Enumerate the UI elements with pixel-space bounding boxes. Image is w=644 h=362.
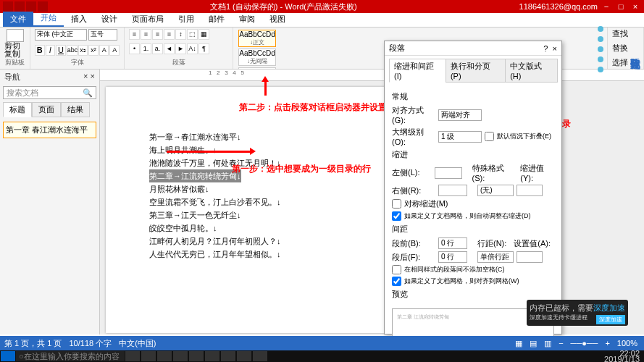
copy-button[interactable]: 复制 [4,50,25,58]
nav-tab-results[interactable]: 结果 [61,102,90,117]
taskbar-app[interactable] [237,351,251,361]
select-button[interactable]: 选择 [612,58,639,67]
ruler[interactable]: 1 2 3 4 5 [100,70,644,81]
window-title: 文档1 (自动保存的) - Word(产品激活失败) [48,1,519,12]
group-paragraph-label: 段落 [129,58,228,67]
dialog-close-icon[interactable]: × [553,44,557,53]
status-wordcount[interactable]: 10/118 个字 [69,338,112,349]
taskbar-search[interactable]: ○ 在这里输入你要搜索的内容 [16,351,125,361]
arrow-icon [167,151,254,153]
nav-title: 导航 [4,72,20,83]
tab-review[interactable]: 审阅 [232,12,262,27]
right-indent-input[interactable] [438,185,467,196]
zoom-in-button[interactable]: + [603,339,611,348]
nav-search-input[interactable]: 搜索文档🔍 [3,86,96,99]
paste-icon[interactable] [7,29,24,42]
minimize-button[interactable]: − [601,2,612,11]
autogrid-checkbox[interactable] [392,211,401,221]
status-page[interactable]: 第 1 页，共 1 页 [4,338,62,349]
view-print-icon[interactable]: ▤ [527,339,539,348]
font-family-select[interactable]: 宋体 (中文正 [35,29,87,41]
zoom-slider[interactable]: ──●── [569,339,601,348]
taskbar-app[interactable] [189,351,204,361]
arrow-icon [264,78,267,96]
snapgrid-checkbox[interactable] [392,277,401,286]
paragraph-dialog: 段落 ? × 缩进和间距(I) 换行和分页(P) 中文版式(H) 常规 对齐方式… [384,41,562,334]
view-read-icon[interactable]: ▦ [513,339,524,348]
group-font-label: 字体 [35,58,120,67]
taskbar-app[interactable] [205,351,219,361]
indent-by-input[interactable] [517,185,543,196]
replace-button[interactable]: 替换 [612,43,639,53]
toast-action-button[interactable]: 深度加速 [596,315,625,324]
dialog-help-icon[interactable]: ? [543,44,548,53]
dialog-tab-chinese[interactable]: 中文版式(H) [505,59,558,83]
space-after-input[interactable]: 0 行 [438,251,467,263]
find-button[interactable]: 查找 [612,29,639,38]
status-language[interactable]: 中文(中国) [119,338,156,349]
font-size-select[interactable]: 五号 [88,29,117,41]
left-indent-input[interactable] [435,167,461,179]
collapse-checkbox[interactable] [485,132,494,141]
navigation-pane: 导航× × 搜索文档🔍 标题 页面 结果 第一章 春江潮水连海平 [0,70,100,334]
special-indent-select[interactable]: (无) [477,185,514,196]
notification-toast[interactable]: 内存已超标，需要深度加速 深度加速无待卡缓进程 深度加速 [527,300,628,326]
user-email[interactable]: 1186461326@qq.com [519,2,598,11]
line-spacing-select[interactable]: 单倍行距 [477,251,514,263]
taskbar-app[interactable] [173,351,188,361]
tab-references[interactable]: 引用 [171,12,201,27]
annotation-step1: 第一步：选中想要成为一级目录的行 [232,163,371,175]
group-clipboard-label: 剪贴板 [4,58,25,67]
dialog-tab-indent[interactable]: 缩进和间距(I) [389,59,446,83]
tab-insert[interactable]: 插入 [64,12,94,27]
taskbar-app[interactable] [141,351,156,361]
nosame-checkbox[interactable] [392,265,401,274]
close-button[interactable]: × [630,2,641,11]
mirror-checkbox[interactable] [392,199,401,209]
spacing-at-input[interactable] [517,251,543,263]
taskbar-app[interactable] [125,351,140,361]
outline-level-select[interactable]: 1 级 [438,131,482,143]
taskbar-app[interactable] [221,351,235,361]
maximize-button[interactable]: □ [615,2,627,11]
decorative-dots [598,26,603,72]
dialog-title: 段落 [389,43,405,54]
para-buttons-2[interactable]: •1.a.◄►A↓¶ [129,43,228,54]
taskbar-app[interactable] [157,351,172,361]
alignment-select[interactable]: 两端对齐 [438,109,482,121]
zoom-out-button[interactable]: − [556,339,565,348]
tab-file[interactable]: 文件 [3,12,33,27]
system-clock[interactable]: 22:022019/1/13 [600,350,644,362]
dialog-tab-pagebreak[interactable]: 换行和分页(P) [446,59,506,83]
font-buttons[interactable]: BIUabcx₂x²AA [35,45,120,56]
nav-close-icon[interactable]: × × [83,72,95,83]
para-buttons-1[interactable]: ≡≡≡≡↕⬚▦ [129,29,228,40]
tab-home[interactable]: 开始 [33,10,64,27]
view-web-icon[interactable]: ▥ [542,339,553,348]
tab-layout[interactable]: 页面布局 [125,12,171,27]
space-before-input[interactable]: 0 行 [438,237,467,249]
tab-design[interactable]: 设计 [94,12,125,27]
nav-tab-pages[interactable]: 页面 [32,102,61,117]
nav-tab-headings[interactable]: 标题 [3,102,32,117]
tab-mailings[interactable]: 邮件 [201,12,232,27]
zoom-level[interactable]: 100% [615,339,640,348]
start-button[interactable] [1,351,15,361]
tab-view[interactable]: 视图 [262,12,293,27]
taskbar-app[interactable] [253,351,267,361]
selected-text: 第二章→江流宛转绕芳甸↓ [149,169,241,182]
nav-heading-item[interactable]: 第一章 春江潮水连海平 [3,122,96,138]
